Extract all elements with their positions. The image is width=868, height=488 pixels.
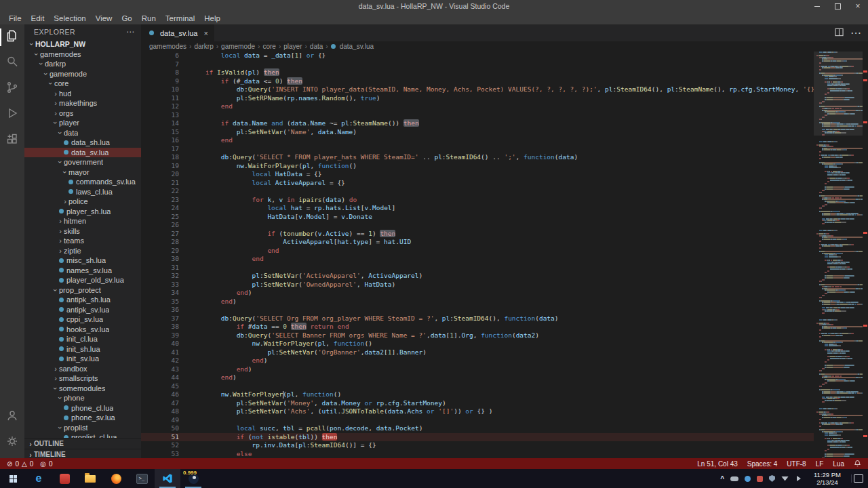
code-line[interactable]: 15 pl:SetNetVar('Name', data.Name) — [141, 128, 814, 137]
tree-item-darkrp[interactable]: ›darkrp — [24, 59, 141, 69]
tray-blue-dot-icon[interactable] — [745, 476, 751, 482]
tree-item-data_sv.lua[interactable]: data_sv.lua — [24, 148, 141, 158]
line-number[interactable]: 30 — [141, 255, 190, 264]
source-control-activity-button[interactable] — [0, 76, 24, 102]
code-line[interactable]: 18 db:Query('SELECT * FROM player_hats W… — [141, 153, 814, 162]
extensions-activity-button[interactable] — [0, 127, 24, 153]
line-number[interactable]: 46 — [141, 390, 190, 399]
line-number[interactable]: 28 — [141, 238, 190, 247]
tree-item-gamemodes[interactable]: ›gamemodes — [24, 49, 141, 60]
menu-file[interactable]: File — [4, 14, 26, 22]
line-number[interactable]: 11 — [141, 94, 190, 103]
tree-item-data[interactable]: ›data — [24, 128, 141, 138]
code-line[interactable]: 20 local HatData = {} — [141, 170, 814, 179]
tree-item-orgs[interactable]: ›orgs — [24, 108, 141, 119]
code-line[interactable]: 7 — [141, 60, 814, 69]
menu-run[interactable]: Run — [137, 14, 161, 22]
code-line[interactable]: 23 for k, v in ipairs(data) do — [141, 196, 814, 205]
overview-ruler[interactable] — [863, 52, 868, 458]
notifications-bell-icon[interactable] — [854, 460, 861, 468]
tray-volume-icon[interactable] — [797, 476, 804, 481]
line-number[interactable]: 29 — [141, 247, 190, 256]
code-line[interactable]: 44 end) — [141, 373, 814, 382]
code-line[interactable]: 33 pl:SetNetVar('OwnedApparel', HatData) — [141, 281, 814, 289]
code-line[interactable]: 28 ActiveApparel[hat.type] = hat.UID — [141, 238, 814, 247]
timeline-section-header[interactable]: ›TIMELINE — [24, 449, 141, 458]
code-line[interactable]: 46 nw.WaitForPlayer(pl, function() — [141, 390, 814, 399]
breadcrumb-item-gamemode[interactable]: gamemode — [221, 43, 255, 50]
breadcrumb-item-core[interactable]: core — [262, 43, 275, 50]
tree-item-hitmen[interactable]: ›hitmen — [24, 216, 141, 226]
run-debug-activity-button[interactable] — [0, 102, 24, 127]
code-line[interactable]: 34 end) — [141, 289, 814, 298]
tree-item-smallscripts[interactable]: ›smallscripts — [24, 373, 141, 384]
code-editor[interactable]: 6 local data = _data[1] or {}78 if IsVal… — [141, 52, 868, 458]
line-number[interactable]: 33 — [141, 281, 190, 289]
code-line[interactable]: 26 — [141, 221, 814, 230]
tree-item-makethings[interactable]: ›makethings — [24, 98, 141, 108]
code-line[interactable]: 11 pl:SetRPName(rp.names.Random(), true) — [141, 94, 814, 103]
code-line[interactable]: 27 if (tonumber(v.Active) == 1) then — [141, 230, 814, 239]
outline-section-header[interactable]: ›OUTLINE — [24, 438, 141, 449]
tree-item-core[interactable]: ›core — [24, 79, 141, 89]
code-line[interactable]: 19 nw.WaitForPlayer(pl, function() — [141, 162, 814, 171]
code-line[interactable]: 10 db:Query('INSERT INTO player_data(Ste… — [141, 85, 814, 94]
tree-item-init_sv.lua[interactable]: init_sv.lua — [24, 354, 141, 364]
explorer-activity-button[interactable] — [0, 24, 24, 50]
code-line[interactable]: 9 if (#_data <= 0) then — [141, 77, 814, 86]
vscode-taskbar-button[interactable] — [155, 469, 180, 488]
settings-button[interactable] — [0, 430, 24, 455]
line-number[interactable]: 42 — [141, 357, 190, 365]
tree-item-proplist_cl.lua[interactable]: proplist_cl.lua — [24, 432, 141, 438]
tree-item-player_sh.lua[interactable]: player_sh.lua — [24, 207, 141, 217]
tree-item-antipk_sv.lua[interactable]: antipk_sv.lua — [24, 305, 141, 315]
line-number[interactable]: 35 — [141, 298, 190, 306]
split-editor-icon[interactable] — [835, 27, 844, 39]
code-line[interactable]: 30 end — [141, 255, 814, 264]
code-line[interactable]: 42 end) — [141, 357, 814, 365]
search-activity-button[interactable] — [0, 50, 24, 76]
steam-taskbar-button[interactable]: 0.999 — [180, 469, 206, 488]
line-number[interactable]: 27 — [141, 230, 190, 239]
minimize-button[interactable] — [807, 0, 827, 12]
code-line[interactable]: 14 if data.Name and (data.Name ~= pl:Ste… — [141, 119, 814, 128]
tray-shield-icon[interactable] — [769, 475, 775, 482]
tree-item-teams[interactable]: ›teams — [24, 236, 141, 246]
tree-item-prop_protect[interactable]: ›prop_protect — [24, 285, 141, 296]
breadcrumb-item-data_sv.lua[interactable]: data_sv.lua — [340, 43, 374, 50]
tree-item-misc_sh.lua[interactable]: misc_sh.lua — [24, 256, 141, 266]
start-taskbar-button[interactable] — [0, 469, 26, 488]
terminal-taskbar-button[interactable]: >_ — [129, 469, 155, 488]
code-line[interactable]: 47 pl:SetNetVar('Money', data.Money or r… — [141, 399, 814, 408]
account-button[interactable] — [0, 404, 24, 430]
line-number[interactable]: 19 — [141, 162, 190, 171]
code-line[interactable]: 22 — [141, 187, 814, 196]
tree-item-hooks_sv.lua[interactable]: hooks_sv.lua — [24, 325, 141, 335]
line-number[interactable]: 20 — [141, 170, 190, 179]
line-number[interactable]: 15 — [141, 128, 190, 137]
code-line[interactable]: 21 local ActiveApparel = {} — [141, 179, 814, 188]
tree-item-init_cl.lua[interactable]: init_cl.lua — [24, 334, 141, 344]
line-number[interactable]: 31 — [141, 264, 190, 272]
code-line[interactable]: 17 — [141, 145, 814, 154]
line-number[interactable]: 10 — [141, 85, 190, 94]
tray-red-square-icon[interactable] — [757, 476, 763, 482]
code-line[interactable]: 49 — [141, 416, 814, 425]
close-button[interactable]: × — [848, 0, 868, 12]
eol-sequence[interactable]: LF — [816, 460, 824, 468]
line-number[interactable]: 8 — [141, 68, 190, 77]
code-line[interactable]: 51 if (not istable(tbl)) then — [141, 433, 814, 442]
line-number[interactable]: 32 — [141, 272, 190, 281]
action-center-button[interactable] — [851, 474, 865, 483]
code-line[interactable]: 31 — [141, 264, 814, 272]
tree-item-phone[interactable]: ›phone — [24, 393, 141, 403]
line-number[interactable]: 43 — [141, 365, 190, 374]
tree-item-data_sh.lua[interactable]: data_sh.lua — [24, 138, 141, 148]
line-number[interactable]: 25 — [141, 213, 190, 222]
line-number[interactable]: 16 — [141, 136, 190, 145]
code-line[interactable]: 43 end) — [141, 365, 814, 374]
tree-item-phone_cl.lua[interactable]: phone_cl.lua — [24, 403, 141, 413]
tree-item-laws_cl.lua[interactable]: laws_cl.lua — [24, 187, 141, 197]
tree-item-proplist[interactable]: ›proplist — [24, 423, 141, 433]
encoding[interactable]: UTF-8 — [787, 460, 806, 468]
